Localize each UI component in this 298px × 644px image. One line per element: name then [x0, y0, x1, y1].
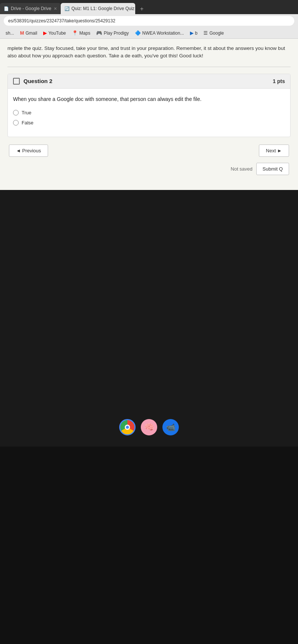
section-divider	[7, 67, 291, 67]
bookmark-sh-label: sh...	[6, 31, 14, 36]
previous-button[interactable]: ◄ Previous	[9, 145, 48, 157]
chrome-inner-circle	[125, 425, 130, 430]
bookmark-google-label: Google	[209, 31, 224, 36]
question-type-icon	[13, 78, 20, 85]
maps-icon: 📍	[72, 30, 78, 36]
tab-quiz[interactable]: 🔄 Quiz: M1 L1: Google Drive Quiz ✕	[61, 3, 135, 14]
new-tab-button[interactable]: +	[137, 4, 147, 14]
bookmarks-bar: sh... M Gmail ▶ YouTube 📍 Maps 🎮 Play Pr…	[0, 28, 298, 39]
google-icon: ☰	[203, 30, 208, 36]
tab-drive[interactable]: 📄 Drive - Google Drive ✕	[0, 3, 61, 14]
bookmark-nwea[interactable]: 🔷 NWEA Workstation...	[132, 29, 187, 37]
page-content: mplete the quiz. Stay focused, take your…	[0, 39, 298, 190]
bookmark-sh[interactable]: sh...	[3, 30, 17, 37]
tab-drive-close[interactable]: ✕	[54, 6, 57, 11]
question-header-left: Question 2	[13, 78, 53, 85]
question-text: When you share a Google doc with someone…	[13, 95, 285, 103]
question-points: 1 pts	[273, 78, 285, 84]
address-bar: es/538391/quizzes/2324737/take/questions…	[0, 14, 298, 28]
bookmark-b[interactable]: ▶ b	[187, 29, 200, 37]
answer-option-true[interactable]: True	[13, 110, 285, 115]
browser-chrome: 📄 Drive - Google Drive ✕ 🔄 Quiz: M1 L1: …	[0, 0, 298, 39]
answer-label-true: True	[22, 110, 31, 115]
tab-quiz-label: Quiz: M1 L1: Google Drive Quiz	[72, 6, 134, 11]
bookmark-maps-label: Maps	[79, 31, 90, 36]
tab-drive-icon: 📄	[4, 6, 9, 11]
nav-buttons: ◄ Previous Next ►	[7, 145, 291, 157]
intro-text: mplete the quiz. Stay focused, take your…	[7, 45, 291, 60]
nwea-icon: 🔷	[135, 30, 141, 36]
question-title: Question 2	[23, 78, 53, 84]
bookmark-maps[interactable]: 📍 Maps	[69, 29, 93, 37]
tab-drive-label: Drive - Google Drive	[11, 6, 51, 11]
question-card: Question 2 1 pts When you share a Google…	[7, 74, 291, 137]
next-button[interactable]: Next ►	[259, 145, 289, 157]
dark-background	[0, 447, 298, 644]
radio-true[interactable]	[13, 110, 19, 115]
save-status: Not saved	[231, 166, 253, 172]
taskbar-chrome-icon[interactable]	[119, 419, 136, 435]
url-box[interactable]: es/538391/quizzes/2324737/take/questions…	[4, 16, 294, 26]
bookmark-prodigy-label: Play Prodigy	[104, 31, 129, 36]
answer-label-false: False	[22, 120, 34, 126]
bookmark-nwea-label: NWEA Workstation...	[142, 31, 184, 36]
gmail-icon: M	[20, 30, 24, 36]
youtube-icon: ▶	[43, 30, 47, 36]
bookmark-youtube[interactable]: ▶ YouTube	[41, 29, 69, 37]
url-text: es/538391/quizzes/2324737/take/questions…	[8, 18, 115, 23]
bookmark-gmail-label: Gmail	[26, 31, 37, 36]
submit-area: Not saved Submit Q	[7, 163, 291, 175]
question-header: Question 2 1 pts	[8, 74, 290, 89]
bookmark-prodigy[interactable]: 🎮 Play Prodigy	[93, 29, 131, 37]
bookmark-google[interactable]: ☰ Google	[201, 29, 226, 37]
submit-button[interactable]: Submit Q	[256, 163, 289, 175]
answer-option-false[interactable]: False	[13, 120, 285, 126]
taskbar-meet-icon[interactable]: 📹	[162, 419, 179, 435]
prodigy-icon: 🎮	[96, 30, 102, 36]
b-icon: ▶	[190, 30, 194, 36]
tab-bar: 📄 Drive - Google Drive ✕ 🔄 Quiz: M1 L1: …	[0, 0, 298, 14]
radio-false[interactable]	[13, 120, 19, 126]
taskbar: 🧠 📹	[119, 419, 179, 435]
taskbar-brain-icon[interactable]: 🧠	[141, 419, 157, 435]
bookmark-b-label: b	[195, 31, 198, 36]
tab-quiz-icon: 🔄	[64, 6, 70, 11]
bookmark-gmail[interactable]: M Gmail	[18, 29, 40, 37]
question-body: When you share a Google doc with someone…	[8, 89, 290, 137]
bookmark-youtube-label: YouTube	[48, 31, 66, 36]
